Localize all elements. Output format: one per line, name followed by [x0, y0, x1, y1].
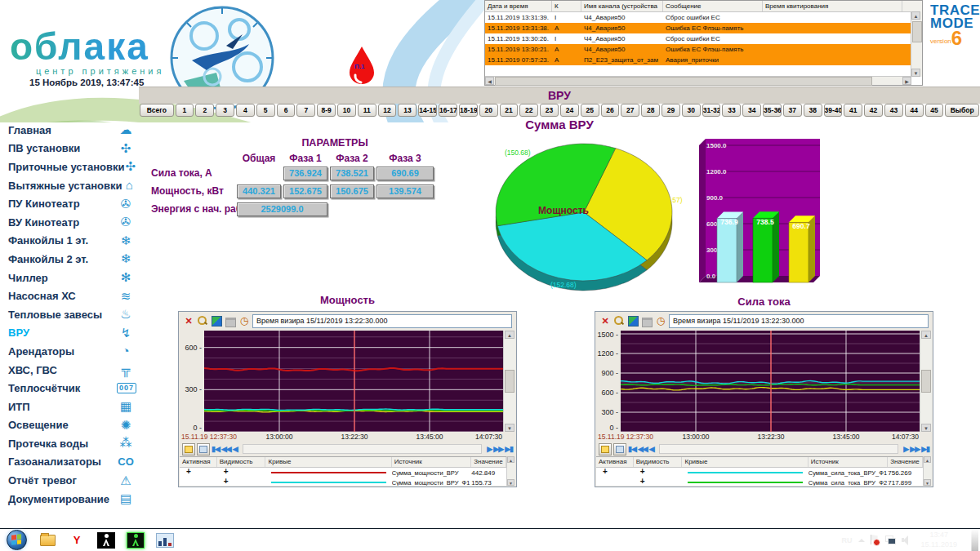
tab-18-19[interactable]: 18-19: [459, 104, 478, 117]
tab-23[interactable]: 23: [540, 104, 559, 117]
trend-plot-area[interactable]: 1500 -1200 -900 -600 -300 -0 -▲▼: [596, 331, 932, 432]
alarm-row[interactable]: 15.11.2019 13:31:39.IЧ4_Авария50Сброс ош…: [485, 12, 922, 23]
taskbar-chart-app-button[interactable]: [151, 530, 179, 550]
sidebar-item-Теплосчётчик[interactable]: Теплосчётчик007: [0, 379, 139, 398]
sidebar-item-Документирование[interactable]: Документирование▤: [0, 490, 139, 509]
sidebar-item-ВУ Кинотеатр[interactable]: ВУ Кинотеатр✇: [0, 213, 139, 232]
tab-1[interactable]: 1: [176, 104, 194, 117]
step-right-icon[interactable]: ▶: [903, 443, 908, 455]
trend-print-icon[interactable]: [225, 315, 236, 327]
show-desktop-button[interactable]: [971, 529, 978, 551]
tab-20[interactable]: 20: [479, 104, 498, 117]
tab-16-17[interactable]: 16-17: [439, 104, 457, 117]
taskbar-explorer-button[interactable]: [33, 530, 61, 550]
tab-5[interactable]: 5: [256, 104, 275, 117]
trend-plot-area[interactable]: 600 -300 -0 -▲▼: [180, 331, 515, 432]
sidebar-item-Освещение[interactable]: Освещение✺: [0, 416, 139, 435]
page-right-icon[interactable]: ▶▶: [493, 443, 503, 455]
taskbar-app-walker-button[interactable]: [92, 530, 120, 550]
tab-21[interactable]: 21: [500, 104, 519, 117]
page-left-icon[interactable]: ◀◀: [638, 443, 648, 455]
legend-row[interactable]: ++Сумма_сила_тока_ВРУ_Ф1756.269: [596, 468, 923, 478]
tab-29[interactable]: 29: [662, 104, 680, 117]
tab-33[interactable]: 33: [722, 104, 741, 117]
jump-end-icon[interactable]: ▶▮: [921, 443, 929, 455]
sidebar-item-Главная[interactable]: Главная☁: [0, 121, 139, 140]
taskbar-yandex-button[interactable]: Y: [63, 530, 91, 550]
leak-alarm-indicator[interactable]: П.1: [346, 46, 377, 87]
jump-start-icon[interactable]: ▮◀: [628, 443, 636, 455]
start-button[interactable]: [7, 530, 27, 550]
taskbar-app-active-button[interactable]: [122, 530, 149, 550]
tab-28[interactable]: 28: [641, 104, 660, 117]
alarm-horizontal-scrollbar[interactable]: ◀ ▶: [485, 76, 911, 85]
sidebar-item-Фанкойлы 2 эт.[interactable]: Фанкойлы 2 эт.❄: [0, 250, 139, 269]
tab-8-9[interactable]: 8-9: [317, 104, 336, 117]
tab-7[interactable]: 7: [296, 104, 315, 117]
trend-clock-icon[interactable]: ◷: [655, 315, 666, 327]
sidebar-item-ХВС, ГВС[interactable]: ХВС, ГВС╦: [0, 361, 139, 380]
legend-scrollbar[interactable]: ▲▼: [923, 456, 932, 486]
trend-delete-icon[interactable]: ✕: [599, 315, 611, 327]
scroll-thumb[interactable]: [495, 77, 872, 86]
legend-scrollbar[interactable]: ▲▼: [506, 456, 515, 486]
action-center-flag-icon[interactable]: [871, 535, 880, 545]
sidebar-item-ПВ установки[interactable]: ПВ установки✣: [0, 140, 139, 158]
scroll-up-icon[interactable]: ▲: [924, 456, 931, 463]
jump-start-icon[interactable]: ▮◀: [212, 443, 220, 455]
tab-14-15[interactable]: 14-15: [418, 104, 437, 117]
tab-44[interactable]: 44: [905, 104, 924, 117]
page-right-icon[interactable]: ▶▶: [910, 443, 920, 455]
save-view-button[interactable]: [182, 443, 195, 455]
tab-22[interactable]: 22: [519, 104, 538, 117]
tab-42[interactable]: 42: [864, 104, 883, 117]
sidebar-item-Отчёт тревог[interactable]: Отчёт тревог⚠: [0, 471, 139, 490]
sidebar-item-Чиллер[interactable]: Чиллер✻: [0, 269, 139, 287]
step-left-icon[interactable]: ◀: [233, 443, 238, 455]
trend-canvas[interactable]: [204, 331, 505, 432]
step-left-icon[interactable]: ◀: [649, 443, 654, 455]
tab-41[interactable]: 41: [844, 104, 862, 117]
trend-zoom-icon[interactable]: [197, 315, 208, 327]
sidebar-item-Приточные установки[interactable]: Приточные установки✣: [0, 158, 139, 176]
scroll-down-icon[interactable]: ▼: [911, 69, 920, 77]
trend-zoom-icon[interactable]: [613, 315, 625, 327]
visor-time-field[interactable]: Время визира 15/11/2019 13:22:30.000: [252, 314, 512, 328]
sidebar-item-Насосная ХС[interactable]: Насосная ХС≋: [0, 287, 139, 305]
hidden-icons-chevron-icon[interactable]: [858, 539, 865, 542]
sidebar-item-Вытяжные установки[interactable]: Вытяжные установки⌂: [0, 176, 139, 195]
alarm-row[interactable]: 15.11.2019 13:30:26.IЧ4_Авария50Сброс ош…: [485, 33, 922, 44]
visor-time-field[interactable]: Время визира 15/11/2019 13:22:30.000: [669, 314, 929, 328]
tab-Всего[interactable]: Всего: [140, 104, 174, 117]
tab-13[interactable]: 13: [398, 104, 416, 117]
alarm-row[interactable]: 15.11.2019 07:57:23.AП2_Е23_защита_от_за…: [485, 55, 922, 65]
alarm-row[interactable]: 15.11.2019 13:30:21.AЧ4_Авария50Ошибка Е…: [485, 44, 922, 55]
scroll-thumb[interactable]: [921, 370, 931, 393]
trend-canvas[interactable]: [621, 331, 921, 432]
alarm-row[interactable]: 15.11.2019 13:31:38.AЧ4_Авария50Ошибка Е…: [485, 23, 922, 33]
scroll-thumb[interactable]: [912, 21, 922, 42]
tab-37[interactable]: 37: [783, 104, 802, 117]
trend-delete-icon[interactable]: ✕: [183, 315, 194, 327]
sidebar-item-Фанкойлы 1 эт.[interactable]: Фанкойлы 1 эт.❄: [0, 232, 139, 251]
tab-30[interactable]: 30: [682, 104, 701, 117]
trend-print-icon[interactable]: [641, 315, 653, 327]
trend-clock-icon[interactable]: ◷: [238, 315, 250, 327]
trend-vertical-scrollbar[interactable]: ▲▼: [503, 331, 515, 432]
sidebar-item-Арендаторы[interactable]: Арендаторы◔: [0, 342, 139, 361]
tab-24[interactable]: 24: [560, 104, 579, 117]
save-view-button[interactable]: [599, 443, 612, 455]
scroll-up-icon[interactable]: ▲: [505, 331, 514, 339]
tab-34[interactable]: 34: [742, 104, 761, 117]
tab-39-40[interactable]: 39-40: [824, 104, 843, 117]
tab-35-36[interactable]: 35-36: [763, 104, 782, 117]
tab-Выбор[interactable]: Выбор: [945, 104, 979, 117]
tab-3[interactable]: 3: [216, 104, 234, 117]
scroll-up-icon[interactable]: ▲: [921, 331, 931, 339]
jump-end-icon[interactable]: ▶▮: [505, 443, 513, 455]
tab-45[interactable]: 45: [925, 104, 944, 117]
tab-38[interactable]: 38: [804, 104, 822, 117]
step-right-icon[interactable]: ▶: [487, 443, 492, 455]
scroll-up-icon[interactable]: ▲: [507, 456, 514, 463]
tab-12[interactable]: 12: [378, 104, 397, 117]
